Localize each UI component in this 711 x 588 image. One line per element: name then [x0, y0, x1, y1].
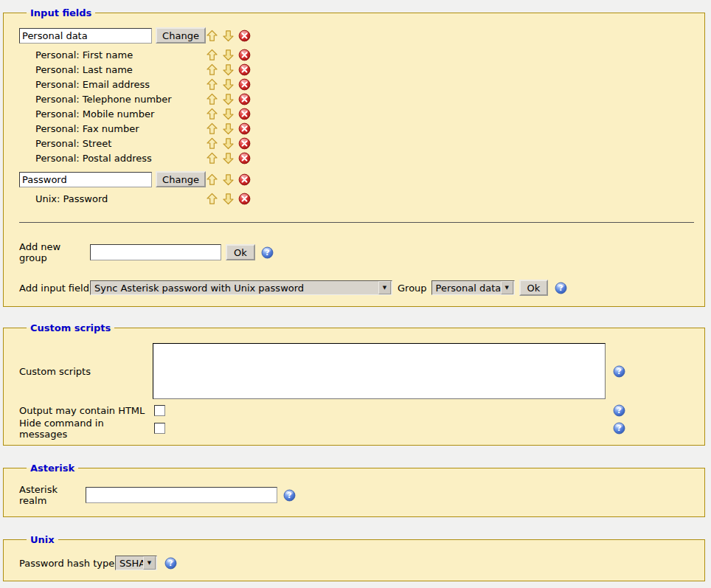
move-up-icon[interactable] [206, 152, 218, 165]
help-icon[interactable]: ? [613, 404, 625, 417]
move-up-icon[interactable] [206, 78, 218, 91]
delete-icon[interactable] [238, 152, 251, 165]
unix-section: Unix Password hash type SSHA ▼ ? [3, 534, 705, 581]
field-row: Personal: Street [19, 136, 698, 151]
chevron-down-icon[interactable]: ▼ [378, 281, 391, 294]
password-hash-row: Password hash type SSHA ▼ ? [19, 556, 698, 570]
field-row: Unix: Password [19, 191, 698, 206]
move-up-icon[interactable] [206, 137, 218, 150]
input-fields-legend: Input fields [27, 7, 95, 18]
delete-icon[interactable] [238, 78, 251, 91]
move-down-icon[interactable] [222, 122, 235, 135]
field-row: Personal: Fax number [19, 121, 698, 136]
delete-icon[interactable] [238, 108, 251, 120]
delete-icon[interactable] [238, 93, 251, 106]
hide-command-row: Hide command in messages ? [19, 422, 625, 435]
field-group-row: Change [19, 27, 698, 44]
field-group-row: Change [19, 170, 698, 188]
change-group-button[interactable]: Change [156, 171, 206, 187]
field-label: Personal: Fax number [35, 123, 206, 134]
field-label: Personal: Street [35, 138, 206, 149]
svg-text:?: ? [287, 491, 291, 500]
help-icon[interactable]: ? [555, 282, 567, 294]
add-field-select[interactable]: Sync Asterisk password with Unix passwor… [90, 280, 392, 295]
chevron-down-icon[interactable]: ▼ [501, 281, 513, 294]
help-icon[interactable]: ? [164, 557, 177, 570]
delete-icon[interactable] [238, 193, 251, 205]
move-down-icon[interactable] [222, 108, 235, 120]
delete-icon[interactable] [238, 173, 251, 186]
change-group-button[interactable]: Change [156, 27, 206, 44]
move-up-icon[interactable] [206, 63, 218, 76]
add-group-input[interactable] [90, 244, 221, 260]
add-field-select-value: Sync Asterisk password with Unix passwor… [91, 283, 378, 294]
input-fields-section: Input fields Change Personal: First name… [3, 7, 705, 307]
move-up-icon[interactable] [206, 49, 218, 61]
move-down-icon[interactable] [222, 30, 235, 42]
add-group-ok-button[interactable]: Ok [226, 244, 255, 260]
field-row: Personal: Mobile number [19, 106, 698, 121]
svg-text:?: ? [265, 248, 269, 257]
group-name-input[interactable] [19, 28, 152, 44]
add-field-ok-button[interactable]: Ok [519, 280, 549, 296]
password-hash-select[interactable]: SSHA ▼ [115, 556, 157, 570]
chevron-down-icon[interactable]: ▼ [143, 556, 156, 570]
hide-command-checkbox[interactable] [154, 423, 165, 434]
move-up-icon[interactable] [206, 173, 218, 186]
move-down-icon[interactable] [222, 49, 235, 61]
output-html-label: Output may contain HTML [19, 405, 154, 416]
output-html-row: Output may contain HTML ? [19, 404, 625, 417]
row-action-icons [206, 173, 251, 186]
row-action-icons [206, 93, 251, 106]
svg-text:?: ? [617, 406, 621, 415]
svg-text:?: ? [617, 423, 621, 433]
move-up-icon[interactable] [206, 108, 218, 120]
help-icon[interactable]: ? [613, 365, 625, 378]
delete-icon[interactable] [238, 30, 251, 42]
delete-icon[interactable] [238, 49, 251, 61]
move-up-icon[interactable] [206, 122, 218, 135]
group-select[interactable]: Personal data ▼ [431, 280, 515, 295]
delete-icon[interactable] [238, 63, 251, 76]
svg-text:?: ? [168, 558, 173, 568]
output-html-checkbox[interactable] [154, 405, 165, 416]
row-action-icons [206, 49, 251, 61]
move-down-icon[interactable] [222, 173, 235, 186]
help-icon[interactable]: ? [261, 246, 274, 259]
unix-legend: Unix [27, 534, 58, 545]
move-down-icon[interactable] [222, 63, 235, 76]
custom-scripts-textarea[interactable] [153, 343, 606, 399]
move-down-icon[interactable] [222, 78, 235, 91]
add-group-label: Add new group [19, 241, 90, 263]
custom-scripts-row: Custom scripts ? [19, 343, 625, 399]
asterisk-realm-label: Asterisk realm [19, 484, 86, 506]
help-icon[interactable]: ? [283, 489, 296, 502]
delete-icon[interactable] [238, 137, 251, 150]
move-down-icon[interactable] [222, 137, 235, 150]
move-down-icon[interactable] [222, 152, 235, 165]
asterisk-realm-row: Asterisk realm ? [19, 484, 698, 506]
move-down-icon[interactable] [222, 93, 235, 106]
asterisk-section: Asterisk Asterisk realm ? [3, 463, 705, 517]
move-up-icon[interactable] [206, 93, 218, 106]
group-select-value: Personal data [432, 283, 501, 294]
field-label: Personal: Last name [35, 64, 206, 75]
row-action-icons [206, 108, 251, 120]
hide-command-label: Hide command in messages [19, 418, 154, 440]
move-down-icon[interactable] [222, 193, 235, 205]
row-action-icons [206, 137, 251, 150]
group-name-input[interactable] [19, 172, 152, 187]
row-action-icons [206, 30, 251, 42]
help-icon[interactable]: ? [613, 422, 625, 435]
row-action-icons [206, 63, 251, 76]
field-label: Personal: First name [35, 49, 206, 60]
asterisk-realm-input[interactable] [86, 487, 277, 503]
field-row: Personal: Email address [19, 77, 698, 91]
move-up-icon[interactable] [206, 193, 218, 205]
field-label: Personal: Email address [35, 79, 206, 90]
svg-text:?: ? [617, 367, 621, 376]
field-label: Unix: Password [35, 193, 206, 204]
move-up-icon[interactable] [206, 30, 218, 42]
delete-icon[interactable] [238, 122, 251, 135]
field-label: Personal: Postal address [35, 153, 206, 164]
